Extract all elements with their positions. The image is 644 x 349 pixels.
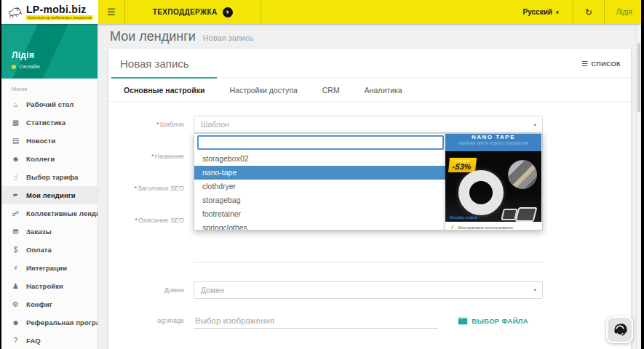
name-field-label: Название xyxy=(108,153,194,160)
tech-support-label: ТЕХПОДДЕРЖКА xyxy=(153,8,218,16)
chevron-down-icon: ∨ xyxy=(555,9,560,15)
og-image-input[interactable] xyxy=(194,313,438,329)
sidebar-item-label: Заказы xyxy=(26,228,52,236)
template-placeholder: Шаблон xyxy=(201,120,229,129)
sidebar-item[interactable]: ⚙ Конфиг xyxy=(1,295,98,313)
sidebar-item[interactable]: ▤ Новости xyxy=(1,132,98,150)
card-title: Новая запись xyxy=(120,57,189,70)
tab[interactable]: Настройки доступа xyxy=(217,77,309,101)
logo-dog-icon xyxy=(6,5,23,20)
sidebar-item[interactable]: ♟ Настройки xyxy=(1,277,98,295)
template-field-label: Шаблон xyxy=(108,116,194,128)
domain-select[interactable]: Домен xyxy=(194,281,543,299)
refresh-button[interactable]: ↻ xyxy=(573,0,604,24)
scrollbar-thumb[interactable] xyxy=(637,43,640,112)
sidebar-item[interactable]: ☍ Коллективные лендинги xyxy=(1,204,98,222)
template-option-label: storagebag xyxy=(202,196,241,204)
choose-file-button[interactable]: ВЫБОР ФАЙЛА xyxy=(458,317,528,325)
sidebar-item[interactable]: ☻ Коллеги xyxy=(1,150,98,168)
preview-title: NANO TAPE xyxy=(445,134,541,140)
tariff-icon: ☝ xyxy=(11,173,20,181)
template-option[interactable]: clothdryer xyxy=(194,180,445,193)
preview-photo: СКИДКА -53% Double-sided xyxy=(445,151,541,222)
template-option[interactable]: storagebag xyxy=(194,193,445,207)
list-icon: ☰ xyxy=(581,60,588,68)
sidebar-item[interactable]: ☝ Выбор тарифа xyxy=(1,168,98,186)
sidebar-item-label: Реферальная программа xyxy=(26,318,98,326)
sidebar-item[interactable]: ✒ Мои лендинги xyxy=(1,186,98,204)
sidebar-item[interactable]: ? FAQ xyxy=(1,332,98,349)
tab-bar: Основные настройки Настройки доступа CRM… xyxy=(108,77,631,102)
tape-roll-image xyxy=(458,170,504,215)
logo[interactable]: LP-mobi.biz Конструктор мобильных лендин… xyxy=(1,0,98,24)
page-scrollbar[interactable] xyxy=(636,24,641,349)
template-option[interactable]: footretainer xyxy=(194,207,445,221)
template-option[interactable]: springclothes xyxy=(194,221,445,230)
referral-icon: ☻ xyxy=(11,318,20,326)
menu-toggle-button[interactable]: ☰ xyxy=(98,0,124,24)
profile-panel: Лідія Онлайн xyxy=(1,24,98,79)
template-option-label: footretainer xyxy=(202,209,241,218)
chevron-up-icon: ▴ xyxy=(533,121,536,127)
logo-title: LP-mobi.biz xyxy=(26,4,93,15)
tab[interactable]: Аналитика xyxy=(352,77,415,101)
sidebar-item-label: Коллеги xyxy=(26,155,55,163)
news-icon: ▤ xyxy=(11,137,20,145)
hamburger-icon: ☰ xyxy=(107,7,116,17)
sidebar-item[interactable]: ☻ Реферальная программа xyxy=(1,313,98,332)
landings-icon: ✒ xyxy=(11,191,20,199)
template-option-label: springclothes xyxy=(202,223,247,230)
online-status-label: Онлайн xyxy=(19,63,40,70)
preview-feature-label: Многоразовое использование xyxy=(458,225,513,230)
inset-photo xyxy=(508,160,537,189)
template-search-input[interactable] xyxy=(197,135,444,150)
refresh-icon: ↻ xyxy=(585,7,592,17)
telegram-icon: ✈ xyxy=(221,6,234,18)
template-select[interactable]: Шаблон xyxy=(194,116,543,133)
domain-field-label: Домен xyxy=(108,286,194,294)
sidebar-item[interactable]: ▦ Статистика xyxy=(1,113,98,132)
check-icon: ✔ xyxy=(450,225,455,230)
template-option-label: storagebox02 xyxy=(202,154,249,163)
preview-subtitle: КЛЕЙКАЯ ЛЕНТА НОВОГО ПОКОЛЕНИЯ xyxy=(445,142,541,145)
tab-label: CRM xyxy=(322,86,340,95)
sidebar-item[interactable]: $ Оплата xyxy=(1,241,98,259)
breadcrumb: Мои лендинги Новая запись xyxy=(98,24,641,49)
discount-badge: СКИДКА -53% xyxy=(448,158,477,172)
statistics-icon: ▦ xyxy=(11,119,20,127)
breadcrumb-sub: Новая запись xyxy=(203,33,253,42)
app-window: LP-mobi.biz Конструктор мобильных лендин… xyxy=(1,0,641,349)
tab[interactable]: CRM xyxy=(310,77,352,101)
sidebar-item[interactable]: ⛃ Заказы xyxy=(1,222,98,241)
language-selector[interactable]: Русский ∨ xyxy=(510,0,573,24)
preview-header: NANO TAPE КЛЕЙКАЯ ЛЕНТА НОВОГО ПОКОЛЕНИЯ xyxy=(445,133,541,151)
tape-piece xyxy=(515,207,538,222)
og-image-field-label: og:image xyxy=(108,317,194,324)
template-preview-image: NANO TAPE КЛЕЙКАЯ ЛЕНТА НОВОГО ПОКОЛЕНИЯ… xyxy=(445,133,541,230)
template-option[interactable]: storagebox02 xyxy=(194,152,445,166)
resize-handle-icon xyxy=(537,229,541,230)
sidebar-item[interactable]: ⚡ Интеграции xyxy=(1,259,98,277)
sidebar-item-label: Статистика xyxy=(26,119,65,127)
username-button[interactable]: Лідія xyxy=(605,0,641,24)
faq-icon: ? xyxy=(11,337,20,345)
headset-icon xyxy=(611,321,629,339)
support-chat-widget[interactable] xyxy=(606,316,633,343)
share-icon: ☍ xyxy=(11,209,20,217)
template-option[interactable]: nano-tape xyxy=(194,166,445,180)
tab[interactable]: Основные настройки xyxy=(111,77,217,101)
record-card: Новая запись ☰ СПИСОК Основные настройки xyxy=(108,49,631,349)
list-button[interactable]: ☰ СПИСОК xyxy=(581,60,621,68)
payment-icon: $ xyxy=(11,246,20,254)
orders-icon: ⛃ xyxy=(11,228,20,236)
tech-support-button[interactable]: ТЕХПОДДЕРЖКА ✈ xyxy=(125,0,261,24)
sidebar-item-label: Коллективные лендинги xyxy=(26,209,98,217)
desktop-icon: ⌂ xyxy=(11,100,20,108)
template-option-list: storagebox02 nano-tape clothdryer xyxy=(194,152,445,230)
config-icon: ⚙ xyxy=(11,300,20,308)
photo-caption: Double-sided xyxy=(450,215,477,220)
template-option-label: clothdryer xyxy=(202,182,236,190)
online-dot-icon xyxy=(12,65,16,69)
domain-placeholder: Домен xyxy=(201,286,224,294)
sidebar-item[interactable]: ⌂ Рабочий стол xyxy=(1,95,98,113)
